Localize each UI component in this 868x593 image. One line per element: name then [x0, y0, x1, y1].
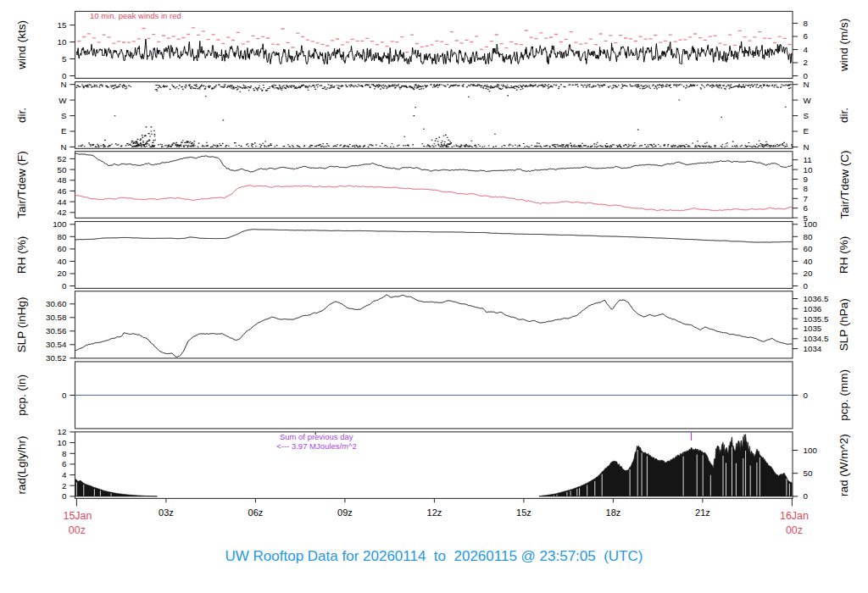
svg-text:42: 42	[58, 208, 67, 217]
svg-text:30.56: 30.56	[46, 326, 67, 335]
svg-text:8: 8	[804, 184, 809, 193]
svg-text:6: 6	[804, 203, 809, 213]
svg-text:SLP (hPa): SLP (hPa)	[838, 298, 851, 351]
svg-text:21z: 21z	[695, 507, 710, 518]
svg-text:pcp. (in): pcp. (in)	[15, 374, 28, 416]
svg-text:E: E	[804, 126, 810, 136]
svg-text:Tair/Tdew (C): Tair/Tdew (C)	[838, 150, 851, 219]
svg-text:03z: 03z	[159, 507, 174, 518]
svg-text:1035: 1035	[804, 324, 822, 333]
svg-text:16Jan: 16Jan	[780, 510, 809, 522]
svg-text:0: 0	[804, 391, 809, 400]
svg-text:RH (%): RH (%)	[838, 236, 851, 274]
svg-text:20: 20	[58, 269, 67, 278]
svg-text:52: 52	[58, 154, 67, 163]
svg-text:wind (m/s): wind (m/s)	[838, 19, 851, 72]
svg-text:dir.: dir.	[15, 108, 28, 123]
svg-text:4: 4	[804, 45, 809, 54]
svg-text:8: 8	[62, 449, 67, 458]
svg-text:40: 40	[804, 257, 813, 266]
svg-text:0: 0	[804, 281, 809, 291]
svg-text:100: 100	[53, 219, 67, 229]
svg-text:5: 5	[62, 54, 67, 64]
svg-text:1034.5: 1034.5	[804, 334, 830, 343]
svg-text:S: S	[804, 111, 810, 120]
svg-text:0: 0	[62, 281, 67, 291]
svg-text:100: 100	[804, 446, 818, 455]
svg-text:rad(Lgly/hr): rad(Lgly/hr)	[15, 436, 28, 495]
svg-text:09z: 09z	[337, 507, 353, 518]
svg-text:00z: 00z	[69, 524, 86, 536]
svg-text:1036.5: 1036.5	[804, 294, 830, 303]
svg-text:20: 20	[804, 269, 813, 278]
svg-text:RH (%): RH (%)	[15, 236, 28, 274]
svg-text:rad (W/m^2): rad (W/m^2)	[838, 434, 851, 496]
svg-text:1034: 1034	[804, 344, 822, 353]
svg-text:7: 7	[804, 194, 808, 203]
svg-text:UW Rooftop Data for 20260114: UW Rooftop Data for 20260114 to 20260115…	[225, 548, 643, 564]
svg-text:50: 50	[58, 165, 67, 175]
svg-text:E: E	[61, 126, 67, 136]
svg-text:10: 10	[804, 165, 813, 175]
svg-text:60: 60	[58, 244, 67, 253]
svg-text:40: 40	[58, 257, 67, 266]
svg-text:8: 8	[804, 19, 809, 28]
svg-text:pcp. (mm): pcp. (mm)	[838, 369, 851, 421]
svg-text:50: 50	[804, 468, 813, 478]
svg-text:12: 12	[58, 427, 67, 436]
svg-text:W: W	[58, 96, 67, 105]
svg-text:0: 0	[62, 491, 67, 501]
svg-text:15: 15	[58, 20, 67, 30]
svg-text:30.58: 30.58	[46, 313, 67, 322]
svg-text:wind (kts): wind (kts)	[15, 20, 28, 70]
svg-text:SLP (inHg): SLP (inHg)	[15, 296, 28, 352]
svg-text:80: 80	[58, 232, 67, 241]
svg-text:N: N	[60, 80, 66, 89]
svg-text:6: 6	[804, 31, 809, 41]
svg-text:2: 2	[62, 481, 66, 490]
svg-text:dir.: dir.	[838, 108, 851, 123]
svg-text:0: 0	[804, 491, 809, 501]
svg-text:80: 80	[804, 232, 813, 241]
svg-text:48: 48	[58, 175, 67, 185]
svg-text:1035.5: 1035.5	[804, 314, 830, 324]
svg-text:15z: 15z	[516, 507, 531, 518]
svg-text:00z: 00z	[786, 524, 803, 536]
svg-text:46: 46	[58, 186, 67, 196]
svg-text:6: 6	[62, 459, 67, 468]
svg-text:10: 10	[58, 37, 67, 47]
svg-text:4: 4	[62, 470, 67, 479]
svg-text:N: N	[804, 142, 810, 152]
svg-text:30.54: 30.54	[46, 340, 67, 349]
svg-text:S: S	[61, 111, 67, 120]
svg-text:44: 44	[58, 197, 67, 207]
svg-text:18z: 18z	[606, 507, 621, 518]
svg-text:N: N	[60, 142, 66, 152]
svg-text:1036: 1036	[804, 304, 822, 313]
svg-text:N: N	[804, 80, 810, 89]
svg-text:100: 100	[804, 219, 818, 229]
svg-text:2: 2	[804, 58, 808, 67]
svg-text:10 min. peak winds in red: 10 min. peak winds in red	[90, 11, 181, 20]
svg-text:06z: 06z	[248, 507, 264, 518]
svg-text:Sum of previous day: Sum of previous day	[280, 432, 353, 441]
svg-text:15Jan: 15Jan	[63, 510, 92, 522]
svg-text:10: 10	[58, 438, 67, 447]
svg-text:9: 9	[804, 175, 808, 184]
svg-text:Tair/Tdew (F): Tair/Tdew (F)	[15, 151, 28, 219]
svg-text:11: 11	[804, 155, 812, 164]
svg-text:W: W	[804, 96, 812, 105]
svg-text:30.60: 30.60	[46, 299, 67, 308]
svg-text:30.52: 30.52	[46, 353, 67, 363]
svg-text:12z: 12z	[427, 507, 442, 518]
svg-text:60: 60	[804, 244, 813, 253]
svg-text:<--- 3.97 MJoules/m^2: <--- 3.97 MJoules/m^2	[276, 441, 356, 451]
svg-text:0: 0	[62, 391, 67, 400]
